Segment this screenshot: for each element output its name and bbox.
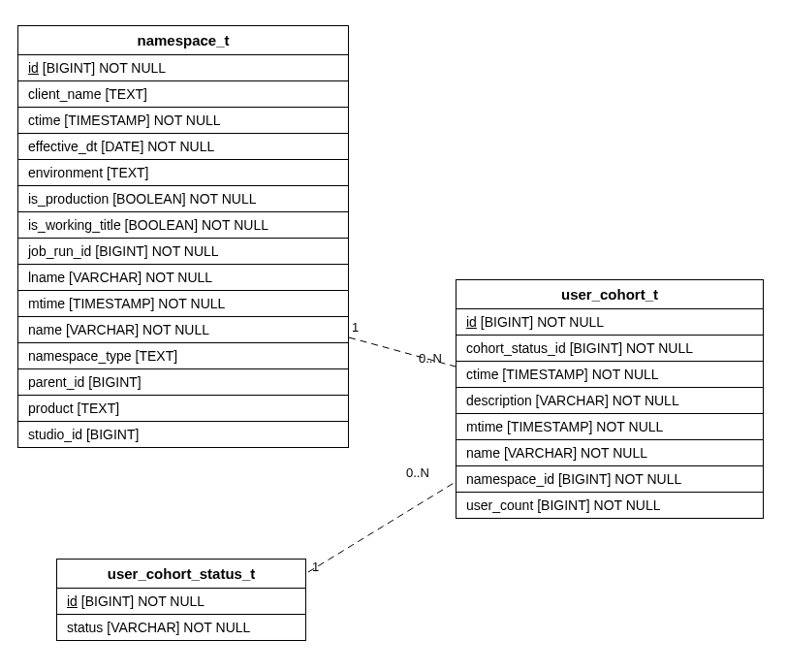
field-name: user_count bbox=[466, 497, 533, 513]
field-name: lname bbox=[28, 270, 65, 285]
field-constraint: NOT NULL bbox=[147, 139, 214, 154]
field-constraint: NOT NULL bbox=[142, 322, 209, 337]
entity-user-cohort-status-t: user_cohort_status_t id [BIGINT] NOT NUL… bbox=[56, 559, 306, 641]
field-constraint: NOT NULL bbox=[592, 367, 659, 382]
field-type: [BOOLEAN] bbox=[125, 217, 198, 233]
field-type: [BIGINT] bbox=[86, 427, 139, 442]
field-type: [BIGINT] bbox=[537, 497, 589, 513]
field-row: cohort_status_id [BIGINT] NOT NULL bbox=[456, 336, 763, 362]
field-name: id bbox=[466, 314, 477, 330]
field-constraint: NOT NULL bbox=[183, 620, 250, 635]
field-type: [TEXT] bbox=[107, 165, 149, 180]
field-constraint: NOT NULL bbox=[99, 60, 166, 76]
field-row: effective_dt [DATE] NOT NULL bbox=[18, 134, 348, 160]
field-constraint: NOT NULL bbox=[152, 243, 219, 259]
cardinality-label: 0..N bbox=[419, 351, 442, 366]
field-name: ctime bbox=[466, 367, 498, 382]
field-type: [TIMESTAMP] bbox=[502, 367, 587, 382]
field-constraint: NOT NULL bbox=[138, 593, 205, 609]
field-type: [VARCHAR] bbox=[66, 322, 139, 337]
field-row: id [BIGINT] NOT NULL bbox=[456, 309, 763, 336]
field-type: [BIGINT] bbox=[43, 60, 95, 76]
field-constraint: NOT NULL bbox=[626, 340, 693, 356]
field-row: lname [VARCHAR] NOT NULL bbox=[18, 265, 348, 291]
field-name: parent_id bbox=[28, 374, 84, 390]
field-row: is_production [BOOLEAN] NOT NULL bbox=[18, 186, 348, 212]
field-type: [TEXT] bbox=[136, 348, 178, 364]
entity-namespace-t: namespace_t id [BIGINT] NOT NULL client_… bbox=[17, 25, 349, 448]
field-name: product bbox=[28, 400, 74, 416]
field-type: [VARCHAR] bbox=[536, 393, 609, 408]
field-type: [BIGINT] bbox=[81, 593, 134, 609]
field-row: mtime [TIMESTAMP] NOT NULL bbox=[18, 291, 348, 317]
field-row: id [BIGINT] NOT NULL bbox=[18, 55, 348, 81]
field-name: id bbox=[67, 593, 78, 609]
field-constraint: NOT NULL bbox=[596, 419, 663, 434]
field-row: is_working_title [BOOLEAN] NOT NULL bbox=[18, 212, 348, 239]
field-constraint: NOT NULL bbox=[581, 445, 647, 461]
field-type: [BIGINT] bbox=[570, 340, 622, 356]
field-name: is_working_title bbox=[28, 217, 121, 233]
field-name: namespace_id bbox=[466, 471, 554, 487]
field-constraint: NOT NULL bbox=[158, 296, 225, 311]
field-type: [BIGINT] bbox=[88, 374, 141, 390]
field-type: [TIMESTAMP] bbox=[69, 296, 154, 311]
field-constraint: NOT NULL bbox=[614, 471, 681, 487]
field-type: [BOOLEAN] bbox=[112, 191, 185, 207]
cardinality-label: 0..N bbox=[406, 465, 429, 480]
field-type: [DATE] bbox=[101, 139, 143, 154]
field-type: [TIMESTAMP] bbox=[64, 112, 149, 128]
svg-line-1 bbox=[308, 482, 456, 572]
field-row: parent_id [BIGINT] bbox=[18, 369, 348, 396]
field-name: client_name bbox=[28, 86, 102, 102]
field-name: job_run_id bbox=[28, 243, 91, 259]
field-row: name [VARCHAR] NOT NULL bbox=[18, 317, 348, 343]
field-row: status [VARCHAR] NOT NULL bbox=[57, 615, 305, 640]
field-row: description [VARCHAR] NOT NULL bbox=[456, 388, 763, 414]
field-type: [VARCHAR] bbox=[504, 445, 577, 461]
field-row: namespace_type [TEXT] bbox=[18, 343, 348, 369]
field-name: studio_id bbox=[28, 427, 82, 442]
field-constraint: NOT NULL bbox=[537, 314, 604, 330]
cardinality-label: 1 bbox=[352, 320, 359, 335]
field-name: environment bbox=[28, 165, 103, 180]
field-row: environment [TEXT] bbox=[18, 160, 348, 186]
cardinality-label: 1 bbox=[312, 560, 319, 574]
field-name: cohort_status_id bbox=[466, 340, 566, 356]
field-type: [TIMESTAMP] bbox=[507, 419, 592, 434]
field-constraint: NOT NULL bbox=[154, 112, 221, 128]
field-row: id [BIGINT] NOT NULL bbox=[57, 589, 305, 615]
field-name: ctime bbox=[28, 112, 60, 128]
field-name: description bbox=[466, 393, 532, 408]
field-type: [VARCHAR] bbox=[107, 620, 179, 635]
field-name: status bbox=[67, 620, 103, 635]
field-row: namespace_id [BIGINT] NOT NULL bbox=[456, 466, 763, 493]
field-row: ctime [TIMESTAMP] NOT NULL bbox=[18, 108, 348, 134]
field-constraint: NOT NULL bbox=[594, 497, 661, 513]
entity-title: user_cohort_t bbox=[456, 280, 763, 309]
field-constraint: NOT NULL bbox=[202, 217, 268, 233]
field-name: id bbox=[28, 60, 39, 76]
field-row: name [VARCHAR] NOT NULL bbox=[456, 440, 763, 466]
field-row: product [TEXT] bbox=[18, 396, 348, 422]
field-row: studio_id [BIGINT] bbox=[18, 422, 348, 447]
field-name: effective_dt bbox=[28, 139, 97, 154]
entity-user-cohort-t: user_cohort_t id [BIGINT] NOT NULL cohor… bbox=[456, 279, 764, 519]
field-constraint: NOT NULL bbox=[190, 191, 257, 207]
field-type: [TEXT] bbox=[78, 400, 120, 416]
field-type: [BIGINT] bbox=[481, 314, 533, 330]
field-name: mtime bbox=[28, 296, 65, 311]
field-row: mtime [TIMESTAMP] NOT NULL bbox=[456, 414, 763, 440]
field-constraint: NOT NULL bbox=[613, 393, 679, 408]
field-name: is_production bbox=[28, 191, 109, 207]
field-name: name bbox=[466, 445, 500, 461]
field-type: [BIGINT] bbox=[95, 243, 147, 259]
entity-title: namespace_t bbox=[18, 26, 348, 55]
field-row: client_name [TEXT] bbox=[18, 81, 348, 108]
field-row: job_run_id [BIGINT] NOT NULL bbox=[18, 239, 348, 265]
entity-title: user_cohort_status_t bbox=[57, 560, 305, 589]
field-row: ctime [TIMESTAMP] NOT NULL bbox=[456, 362, 763, 388]
field-constraint: NOT NULL bbox=[145, 270, 212, 285]
field-row: user_count [BIGINT] NOT NULL bbox=[456, 493, 763, 518]
field-name: mtime bbox=[466, 419, 503, 434]
